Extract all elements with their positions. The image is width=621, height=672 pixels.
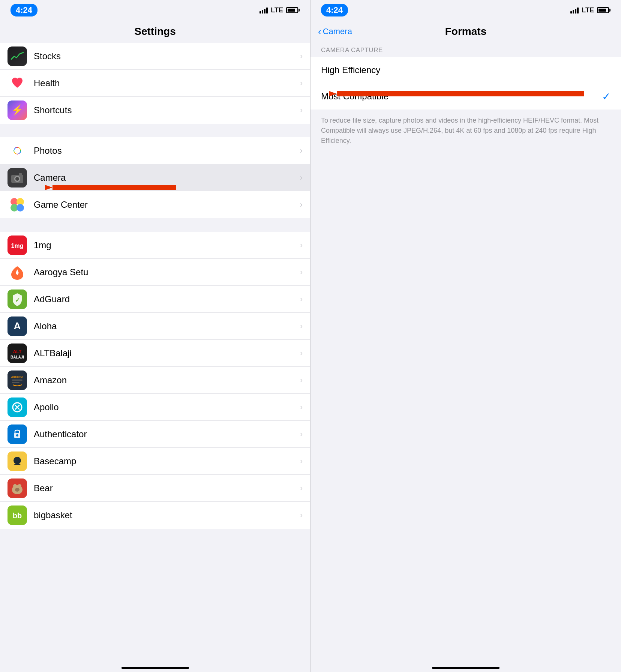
battery-icon <box>286 7 300 13</box>
adguard-label: AdGuard <box>34 294 300 304</box>
svg-text:bb: bb <box>13 512 22 520</box>
settings-group-2: Photos › Camera › <box>0 137 310 218</box>
left-time: 4:24 <box>10 4 38 16</box>
svg-point-47 <box>14 457 21 464</box>
right-panel: 4:24 LTE ‹ Camera Formats CAMERA CAPT <box>310 0 621 672</box>
altbalaji-chevron: › <box>300 348 303 358</box>
lte-label: LTE <box>271 6 283 14</box>
bear-label: Bear <box>34 483 300 494</box>
bear-chevron: › <box>300 483 303 493</box>
option-high-efficiency[interactable]: High Efficiency <box>310 57 621 83</box>
1mg-app-icon: 1mg <box>8 236 27 255</box>
svg-point-16 <box>14 148 20 154</box>
right-home-bar <box>432 667 500 669</box>
section-header: CAMERA CAPTURE <box>310 43 621 57</box>
aloha-chevron: › <box>300 321 303 331</box>
svg-rect-39 <box>12 380 22 381</box>
right-lte-label: LTE <box>582 6 594 14</box>
adguard-chevron: › <box>300 294 303 304</box>
bigbasket-app-icon: bb <box>8 506 27 525</box>
basecamp-label: Basecamp <box>34 456 300 466</box>
settings-item-shortcuts[interactable]: ⚡ Shortcuts › <box>0 97 310 124</box>
altbalaji-label: ALTBalaji <box>34 348 300 358</box>
adguard-app-icon: ✓ <box>8 290 27 309</box>
camera-label: Camera <box>34 172 300 183</box>
svg-point-51 <box>18 484 21 488</box>
aarogya-app-icon <box>8 262 27 282</box>
settings-item-altbalaji[interactable]: ALT BALAJI ALTBalaji › <box>0 340 310 367</box>
svg-point-20 <box>15 177 19 181</box>
svg-text:⚡: ⚡ <box>11 104 24 116</box>
signal-icon <box>260 7 268 14</box>
svg-text:✓: ✓ <box>15 297 20 303</box>
authenticator-chevron: › <box>300 429 303 439</box>
left-panel: 4:24 LTE Settings <box>0 0 310 672</box>
amazon-label: Amazon <box>34 375 300 386</box>
svg-rect-40 <box>12 382 20 383</box>
authenticator-label: Authenticator <box>34 429 300 440</box>
right-home-indicator <box>310 658 621 672</box>
apollo-app-icon <box>8 398 27 417</box>
right-time: 4:24 <box>321 4 348 16</box>
photos-chevron: › <box>300 146 303 156</box>
settings-item-camera[interactable]: Camera › <box>0 164 310 191</box>
authenticator-app-icon <box>8 424 27 444</box>
checkmark-icon: ✓ <box>602 90 610 103</box>
aarogya-chevron: › <box>300 267 303 277</box>
settings-item-amazon[interactable]: amazon Amazon › <box>0 367 310 394</box>
back-label: Camera <box>323 27 352 36</box>
stocks-label: Stocks <box>34 51 300 62</box>
gamecenter-chevron: › <box>300 200 303 210</box>
left-status-bar: 4:24 LTE <box>0 0 310 20</box>
camera-app-icon <box>8 168 27 188</box>
aarogya-label: Aarogya Setu <box>34 267 300 278</box>
settings-item-adguard[interactable]: ✓ AdGuard › <box>0 286 310 313</box>
right-battery-icon <box>597 7 610 13</box>
shortcuts-label: Shortcuts <box>34 105 300 116</box>
settings-item-aarogya[interactable]: Aarogya Setu › <box>0 259 310 286</box>
bear-app-icon <box>8 478 27 498</box>
settings-item-bigbasket[interactable]: bb bigbasket › <box>0 502 310 529</box>
right-status-bar: 4:24 LTE <box>310 0 621 20</box>
shortcuts-app-icon: ⚡ <box>8 100 27 120</box>
back-button[interactable]: ‹ Camera <box>318 26 352 38</box>
svg-text:ALT: ALT <box>13 349 22 354</box>
apollo-label: Apollo <box>34 402 300 412</box>
camera-chevron: › <box>300 173 303 183</box>
settings-item-gamecenter[interactable]: Game Center › <box>0 191 310 218</box>
amazon-app-icon: amazon <box>8 370 27 390</box>
svg-text:1mg: 1mg <box>11 243 24 249</box>
svg-point-50 <box>13 484 17 488</box>
settings-header: Settings <box>0 20 310 43</box>
option-most-compatible[interactable]: Most Compatible ✓ <box>310 83 621 110</box>
settings-item-authenticator[interactable]: Authenticator › <box>0 421 310 448</box>
svg-point-52 <box>15 488 20 492</box>
settings-item-basecamp[interactable]: Basecamp › <box>0 448 310 475</box>
page-title: Settings <box>134 26 176 38</box>
stocks-app-icon <box>8 46 27 66</box>
settings-item-1mg[interactable]: 1mg 1mg › <box>0 232 310 259</box>
1mg-label: 1mg <box>34 240 300 250</box>
svg-text:amazon: amazon <box>11 375 23 379</box>
health-chevron: › <box>300 78 303 88</box>
settings-item-apollo[interactable]: Apollo › <box>0 394 310 421</box>
left-status-icons: LTE <box>260 6 300 14</box>
amazon-chevron: › <box>300 375 303 385</box>
svg-rect-21 <box>19 173 22 176</box>
camera-capture-options: High Efficiency Most Compatible ✓ <box>310 57 621 110</box>
home-bar <box>122 667 189 669</box>
altbalaji-app-icon: ALT BALAJI <box>8 344 27 363</box>
svg-text:BALAJI: BALAJI <box>10 355 24 359</box>
settings-item-health[interactable]: Health › <box>0 70 310 97</box>
settings-group-1: Stocks › Health › <box>0 43 310 124</box>
basecamp-chevron: › <box>300 456 303 466</box>
right-status-icons: LTE <box>570 6 610 14</box>
settings-item-stocks[interactable]: Stocks › <box>0 43 310 70</box>
settings-item-photos[interactable]: Photos › <box>0 137 310 164</box>
settings-item-bear[interactable]: Bear › <box>0 475 310 502</box>
gap-1 <box>0 124 310 137</box>
svg-text:A: A <box>14 320 21 332</box>
settings-item-aloha[interactable]: A Aloha › <box>0 313 310 340</box>
svg-point-26 <box>16 204 24 212</box>
most-compatible-label: Most Compatible <box>321 91 602 102</box>
